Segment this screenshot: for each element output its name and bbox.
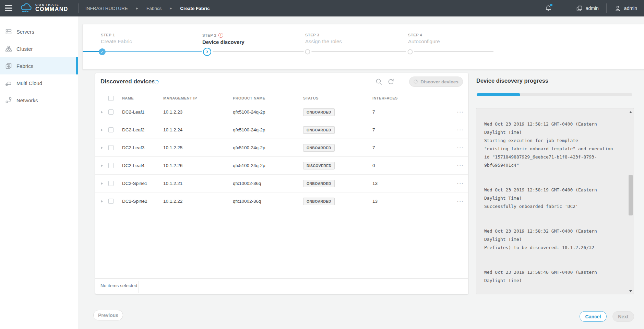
caret-down-icon [629,290,632,292]
cancel-button[interactable]: Cancel [580,311,607,322]
row-actions-icon[interactable]: ··· [457,109,468,115]
sidebar-item-fabrics[interactable]: Fabrics [0,57,78,74]
step-4-pending-dot[interactable] [408,49,413,55]
tenant-menu[interactable]: admin [576,5,599,12]
topbar-divider [606,3,607,13]
previous-button[interactable]: Previous [93,310,123,320]
log-scrollbar[interactable] [628,109,633,294]
log-entry: Wed Oct 23 2019 12:58:19 GMT-0400 (Easte… [484,186,614,211]
device-interfaces: 0 [372,163,457,168]
select-all-checkbox[interactable] [108,96,114,101]
breadcrumb-fabrics[interactable]: Fabrics [146,6,162,11]
status-badge: ONBOARDED [303,144,335,152]
expand-caret-icon[interactable] [101,146,103,149]
device-interfaces: 7 [372,145,457,150]
table-row[interactable]: DC2-Spine1 10.1.2.21 qfx10002-36q ONBOAR… [95,175,468,192]
sidebar-item-cluster[interactable]: Cluster [0,40,78,57]
device-management-ip: 10.1.2.25 [163,145,233,150]
column-header-interfaces[interactable]: INTERFACES [372,96,457,100]
app-logo[interactable]: CONTRAIL COMMAND [20,3,68,13]
discover-devices-label: Discover devices [420,79,458,84]
log-message: Starting execution for job template "exi… [484,137,614,169]
table-row[interactable]: DC2-Leaf4 10.1.2.26 qfx5100-24q-2p DISCO… [95,157,468,175]
row-checkbox[interactable] [108,181,114,186]
step-3-label: Assign the roles [305,38,342,44]
row-checkbox[interactable] [108,127,114,132]
multi-cloud-icon [5,80,12,86]
tenant-label: admin [586,5,599,11]
breadcrumb-infrastructure[interactable]: INFRASTRUCTURE [85,6,128,11]
hamburger-menu-icon[interactable] [5,5,12,11]
scroll-down-button[interactable] [628,289,633,294]
next-button[interactable]: Next [612,311,634,322]
discover-devices-button[interactable]: Discover devices [409,77,463,87]
log-timestamp: Wed Oct 23 2019 12:58:19 GMT-0400 (Easte… [484,186,614,202]
device-interfaces: 7 [372,109,457,115]
device-name: DC2-Spine2 [122,199,163,204]
expand-caret-icon[interactable] [101,111,103,114]
expand-caret-icon[interactable] [101,164,103,167]
sidebar-item-multi-cloud[interactable]: Multi Cloud [0,74,78,92]
column-header-name[interactable]: NAME [122,96,163,100]
step-1-number: STEP 1 [101,33,132,37]
step-3-number: STEP 3 [305,33,342,37]
table-row[interactable]: DC2-Leaf2 10.1.2.24 qfx5100-24q-2p ONBOA… [95,121,468,139]
row-actions-icon[interactable]: ··· [457,199,468,204]
step-2-current-dot[interactable]: › [203,48,211,56]
sidebar-item-servers[interactable]: Servers [0,23,78,40]
row-actions-icon[interactable]: ··· [457,127,468,133]
row-checkbox[interactable] [108,199,114,204]
column-header-management-ip[interactable]: MANAGEMENT IP [163,96,233,100]
row-checkbox[interactable] [108,163,114,168]
column-header-product-name[interactable]: PRODUCT NAME [233,96,303,100]
status-badge: ONBOARDED [303,108,335,116]
button-spinner-icon [413,79,419,85]
step-1-complete-dot[interactable]: ✓ [99,48,106,55]
sidebar-item-networks[interactable]: Networks [0,92,78,109]
scrollbar-thumb[interactable] [629,175,633,215]
step-1[interactable]: STEP 1 Create Fabric [101,33,132,44]
expand-caret-icon[interactable] [101,182,103,185]
device-product-name: qfx10002-36q [233,181,303,186]
row-checkbox[interactable] [108,109,114,115]
brand-text: CONTRAIL COMMAND [35,3,68,12]
user-menu[interactable]: admin [614,5,637,12]
device-product-name: qfx5100-24q-2p [233,127,303,132]
row-actions-icon[interactable]: ··· [457,163,468,168]
expand-caret-icon[interactable] [101,129,103,131]
log-message: Prefix(es) to be discovered: 10.1.2.26/3… [484,244,614,252]
refresh-icon[interactable] [387,78,395,85]
step-3-pending-dot[interactable] [305,49,310,55]
fabrics-icon [5,62,12,69]
step-4[interactable]: STEP 4 Autoconfigure [408,33,440,44]
notifications-button[interactable] [545,4,552,12]
log-message: Successfully onboarded fabric 'DC2' [484,202,614,211]
table-row[interactable]: DC2-Leaf3 10.1.2.25 qfx5100-24q-2p ONBOA… [95,139,468,157]
table-row[interactable]: DC2-Leaf1 10.1.2.23 qfx5100-24q-2p ONBOA… [95,103,468,121]
row-actions-icon[interactable]: ··· [457,145,468,151]
scroll-up-button[interactable] [628,109,633,115]
device-interfaces: 13 [372,181,457,186]
expand-caret-icon[interactable] [101,200,103,203]
device-management-ip: 10.1.2.21 [163,181,233,186]
table-row[interactable]: DC2-Spine2 10.1.2.22 qfx10002-36q ONBOAR… [95,192,468,210]
sidebar: Servers Cluster Fabrics [0,16,78,329]
wizard-stepper: STEP 1 Create Fabric STEP 2 ! Device dis… [82,24,644,70]
discovered-devices-panel: Discovered devices Discover devices NAME… [95,73,468,294]
log-entry: Wed Oct 23 2019 12:58:32 GMT-0400 (Easte… [484,227,614,252]
breadcrumb-separator-icon: ▶ [136,7,138,10]
status-badge: ONBOARDED [303,126,335,134]
step-3[interactable]: STEP 3 Assign the roles [305,33,342,44]
selection-status-text: No items selected [100,283,137,288]
step-2-number: STEP 2 [202,33,216,37]
search-icon[interactable] [375,78,383,85]
row-checkbox[interactable] [108,145,114,150]
step-2[interactable]: STEP 2 ! Device discovery [202,33,245,45]
stepper-line-pending [207,51,493,52]
row-actions-icon[interactable]: ··· [457,181,468,186]
caret-up-icon [629,111,632,113]
notification-dot [550,4,552,6]
tenant-icon [576,5,583,12]
column-header-status[interactable]: STATUS [303,96,372,100]
device-management-ip: 10.1.2.26 [163,163,233,168]
